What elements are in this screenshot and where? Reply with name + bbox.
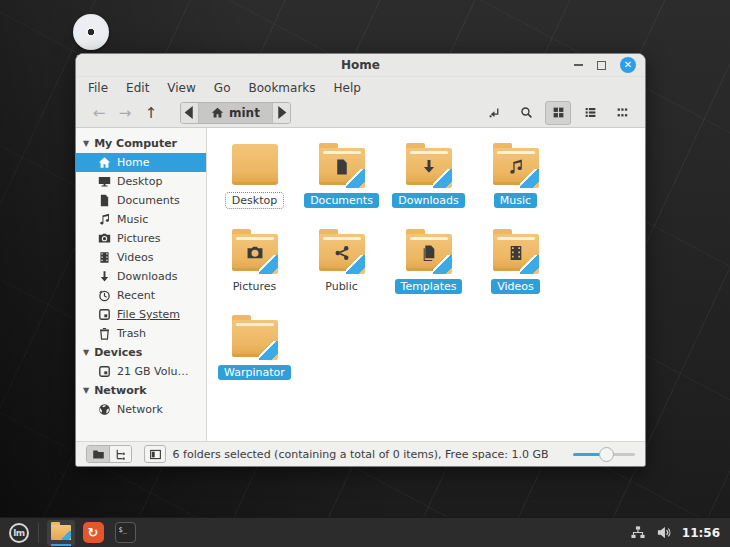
sidebar-item-volume[interactable]: 21 GB Volu… <box>76 362 206 381</box>
system-tray: 11:56 <box>630 525 730 540</box>
clock-icon <box>98 289 111 302</box>
zoom-slider[interactable] <box>573 453 635 456</box>
folder-icon-public <box>319 234 365 271</box>
up-button[interactable]: ↑ <box>138 104 164 122</box>
breadcrumb-label: mint <box>229 106 260 120</box>
music-note-icon <box>98 213 111 226</box>
sidebar-item-filesystem[interactable]: File System <box>76 305 206 324</box>
drive-icon <box>98 365 111 378</box>
trash-icon <box>98 327 111 340</box>
folder-icon-documents <box>319 148 365 185</box>
chevron-left-icon <box>183 106 196 119</box>
back-button[interactable]: ← <box>86 104 112 122</box>
sidebar-item-trash[interactable]: Trash <box>76 324 206 343</box>
minimize-button[interactable] <box>574 64 583 66</box>
terminal-icon: $_ <box>115 522 136 543</box>
grid-view-icon <box>552 106 565 119</box>
drive-icon <box>98 308 111 321</box>
sidebar-section-network[interactable]: ▼ Network <box>76 381 206 400</box>
file-music[interactable]: Music <box>472 140 559 208</box>
icon-view-button[interactable] <box>545 101 571 125</box>
sidebar-item-recent[interactable]: Recent <box>76 286 206 305</box>
list-view-button[interactable] <box>577 101 603 125</box>
taskbar-files-app[interactable] <box>47 520 75 546</box>
home-icon <box>211 106 224 119</box>
maximize-button[interactable] <box>597 61 606 70</box>
search-icon <box>520 106 533 119</box>
clock[interactable]: 11:56 <box>682 526 720 540</box>
volume-icon[interactable] <box>656 525 672 540</box>
file-desktop[interactable]: Desktop <box>211 140 298 208</box>
menu-help[interactable]: Help <box>334 81 361 95</box>
menu-bookmarks[interactable]: Bookmarks <box>248 81 315 95</box>
compact-view-button[interactable] <box>609 101 635 125</box>
taskbar-terminal-app[interactable]: $_ <box>111 520 139 546</box>
installer-icon: ↻ <box>83 522 104 543</box>
camera-icon <box>98 232 111 245</box>
expander-icon[interactable]: ▼ <box>83 348 89 357</box>
sidebar-item-music[interactable]: Music <box>76 210 206 229</box>
folder-icon-pictures <box>232 234 278 271</box>
search-button[interactable] <box>513 101 539 125</box>
file-videos[interactable]: Videos <box>472 226 559 294</box>
breadcrumb: mint <box>180 102 291 124</box>
window-title: Home <box>76 58 645 72</box>
file-public[interactable]: Public <box>298 226 385 294</box>
network-tray-icon[interactable] <box>630 525 646 540</box>
breadcrumb-left-arrow[interactable] <box>181 103 199 123</box>
taskbar-installer-app[interactable]: ↻ <box>79 520 107 546</box>
document-icon <box>98 194 111 207</box>
sidebar-item-network[interactable]: Network <box>76 400 206 419</box>
taskbar: lm ↻ $_ 11:56 <box>0 517 730 547</box>
file-templates[interactable]: Templates <box>385 226 472 294</box>
monitor-icon <box>98 175 111 188</box>
file-pictures[interactable]: Pictures <box>211 226 298 294</box>
folder-icon-desktop <box>232 148 278 185</box>
folder-icon-videos <box>493 234 539 271</box>
toggle-location-entry-icon <box>488 106 501 119</box>
menu-button[interactable]: lm <box>0 518 38 547</box>
menubar: File Edit View Go Bookmarks Help <box>76 77 645 98</box>
status-text: 6 folders selected (containing a total o… <box>76 448 645 461</box>
download-arrow-icon <box>98 270 111 283</box>
zoom-slider-handle[interactable] <box>599 447 614 462</box>
desktop-background: Instal Home ✕ File Edit View Go Bookmark… <box>0 0 730 547</box>
titlebar[interactable]: Home ✕ <box>76 54 645 77</box>
sidebar-section-computer[interactable]: ▼ My Computer <box>76 134 206 153</box>
mint-logo-icon: lm <box>9 523 29 543</box>
taskbar-separator <box>38 523 39 543</box>
menu-go[interactable]: Go <box>214 81 231 95</box>
chevron-right-icon <box>275 106 288 119</box>
toggle-location-entry-button[interactable] <box>481 101 507 125</box>
file-manager-window: Home ✕ File Edit View Go Bookmarks Help … <box>75 53 646 467</box>
sidebar-item-documents[interactable]: Documents <box>76 191 206 210</box>
toolbar: ← → ↑ mint <box>76 98 645 128</box>
zoom-slider-track[interactable] <box>573 453 635 456</box>
sidebar-section-devices[interactable]: ▼ Devices <box>76 343 206 362</box>
menu-view[interactable]: View <box>167 81 195 95</box>
film-icon <box>98 251 111 264</box>
file-documents[interactable]: Documents <box>298 140 385 208</box>
statusbar: 6 folders selected (containing a total o… <box>76 441 645 466</box>
folder-icon-downloads <box>406 148 452 185</box>
sidebar-item-downloads[interactable]: Downloads <box>76 267 206 286</box>
sidebar-item-videos[interactable]: Videos <box>76 248 206 267</box>
file-manager-icon <box>51 525 71 540</box>
close-button[interactable]: ✕ <box>620 57 636 73</box>
home-icon <box>98 156 111 169</box>
sidebar-item-home[interactable]: Home <box>76 153 206 172</box>
breadcrumb-right-arrow[interactable] <box>272 103 290 123</box>
breadcrumb-current[interactable]: mint <box>199 103 272 123</box>
file-downloads[interactable]: Downloads <box>385 140 472 208</box>
sidebar-item-desktop[interactable]: Desktop <box>76 172 206 191</box>
expander-icon[interactable]: ▼ <box>83 386 89 395</box>
menu-file[interactable]: File <box>88 81 108 95</box>
forward-button[interactable]: → <box>112 104 138 122</box>
menu-edit[interactable]: Edit <box>126 81 149 95</box>
sidebar-item-pictures[interactable]: Pictures <box>76 229 206 248</box>
folder-icon-templates <box>406 234 452 271</box>
file-view[interactable]: Desktop Documents <box>207 128 645 441</box>
expander-icon[interactable]: ▼ <box>83 139 89 148</box>
list-view-icon <box>584 106 597 119</box>
file-warpinator[interactable]: Warpinator <box>211 312 298 380</box>
